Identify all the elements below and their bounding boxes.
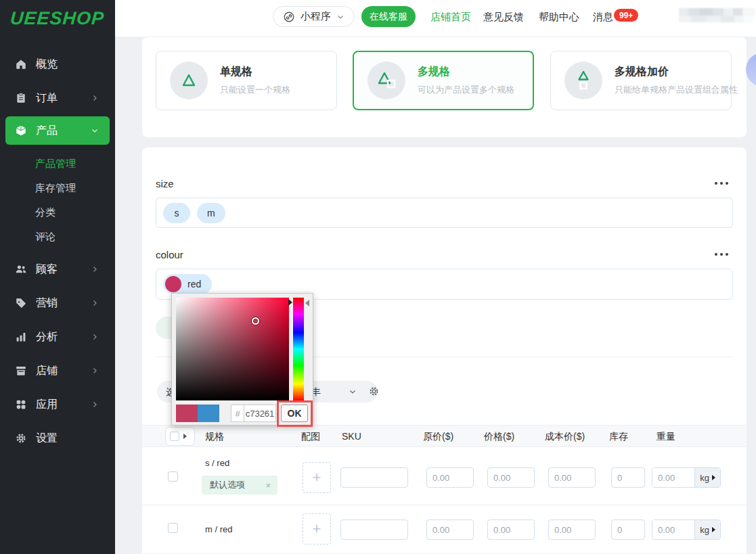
- chevron-down-icon: [91, 126, 99, 135]
- sidebar-subitem-categories[interactable]: 分类: [35, 206, 55, 219]
- sidebar-item-store[interactable]: 店铺: [0, 357, 115, 384]
- mini-program-dropdown[interactable]: 小程序: [273, 6, 355, 27]
- sidebar-item-products-active[interactable]: 产品: [5, 116, 110, 145]
- select-all-checkbox[interactable]: [170, 432, 179, 441]
- size-tag-s[interactable]: s: [163, 203, 190, 223]
- upload-image-button[interactable]: +: [303, 462, 331, 493]
- sidebar-item-orders[interactable]: 订单: [0, 85, 115, 112]
- gear-icon[interactable]: [368, 386, 380, 397]
- sidebar-item-label: 订单: [36, 91, 58, 106]
- price-input[interactable]: [487, 467, 535, 488]
- single-spec-icon: [170, 62, 208, 99]
- multi-markup-spec-icon: [564, 62, 602, 99]
- colour-more-menu[interactable]: [715, 253, 730, 256]
- stock-input[interactable]: [611, 467, 645, 488]
- ueeshop-logo: UEESHOP: [9, 8, 105, 29]
- col-header-stock: 库存: [609, 431, 628, 443]
- weight-unit-dropdown[interactable]: kg: [694, 468, 720, 487]
- col-header-price: 价格($): [484, 431, 514, 443]
- mini-program-label: 小程序: [301, 10, 331, 23]
- sidebar-item-settings[interactable]: 设置: [0, 425, 115, 452]
- cube-icon: [15, 124, 27, 137]
- weight-unit-label: kg: [700, 525, 709, 535]
- sidebar-subitem-product-management[interactable]: 产品管理: [35, 158, 76, 170]
- colour-tag-red[interactable]: red: [163, 274, 212, 294]
- help-center-link[interactable]: 帮助中心: [539, 11, 579, 24]
- sku-input[interactable]: [340, 467, 408, 488]
- spec-option-multi[interactable]: 多规格 可以为产品设置多个规格: [353, 51, 534, 110]
- spec-option-desc: 只能设置一个规格: [220, 84, 290, 96]
- chevron-right-icon: [91, 299, 99, 307]
- sku-table-header: 规格 配图 SKU 原价($) 价格($) 成本价($) 库存 重量: [142, 425, 747, 447]
- sku-table-row: s / red 默认选项 × + kg: [142, 447, 747, 505]
- sidebar-item-label: 营销: [36, 296, 58, 310]
- colour-tag-label: red: [187, 279, 201, 290]
- sidebar-subitem-inventory[interactable]: 库存管理: [35, 182, 76, 195]
- row-checkbox[interactable]: [168, 523, 178, 533]
- color-picker-ok-button[interactable]: OK: [281, 405, 308, 422]
- messages-link[interactable]: 消息: [593, 11, 613, 24]
- sidebar-item-label: 应用: [36, 398, 58, 412]
- colour-swatch-dot: [165, 276, 181, 292]
- color-swatch-current[interactable]: [176, 405, 198, 422]
- sidebar-item-label: 顾客: [36, 262, 58, 277]
- spec-option-title: 多规格: [418, 65, 514, 79]
- color-swatch-previous[interactable]: [198, 405, 219, 422]
- blurred-account-info[interactable]: [679, 8, 755, 22]
- ueeshop-admin-app: UEESHOP 小程序 在线客服 店铺首页 意见反馈 帮助中心 消息 99+ 概…: [0, 0, 756, 554]
- spec-option-multi-markup[interactable]: 多规格加价 只能给单规格产品设置组合属性: [550, 51, 732, 110]
- sidebar-item-label: 设置: [36, 432, 58, 446]
- sidebar-item-apps[interactable]: 应用: [0, 391, 115, 418]
- spec-option-desc: 可以为产品设置多个规格: [418, 84, 514, 96]
- chevron-right-icon: [91, 400, 99, 409]
- sv-cursor[interactable]: [252, 317, 259, 325]
- upload-image-button[interactable]: +: [303, 513, 331, 545]
- size-more-menu[interactable]: [715, 182, 730, 185]
- messages-count-badge[interactable]: 99+: [614, 9, 638, 22]
- col-header-spec: 规格: [205, 431, 224, 443]
- price-input[interactable]: [487, 520, 535, 540]
- online-service-label: 在线客服: [370, 11, 407, 23]
- sidebar-item-overview[interactable]: 概览: [0, 51, 115, 78]
- unit-expand-icon: [712, 527, 715, 532]
- sidebar-item-label: 分析: [36, 330, 58, 344]
- hex-color-input[interactable]: [244, 405, 276, 422]
- online-service-button[interactable]: 在线客服: [361, 6, 416, 27]
- cost-price-input[interactable]: [548, 520, 596, 540]
- weight-input[interactable]: [652, 520, 694, 539]
- weight-input[interactable]: [652, 468, 694, 487]
- cost-price-input[interactable]: [548, 467, 596, 488]
- sku-input[interactable]: [340, 520, 408, 540]
- sidebar-item-analytics[interactable]: 分析: [0, 323, 115, 350]
- sidebar-nav: 概览 订单 产品 产品管理 库存管理 分类 评论 顾客 营销 分析: [0, 37, 115, 554]
- sidebar-item-marketing[interactable]: 营销: [0, 290, 115, 317]
- hue-slider[interactable]: [293, 298, 304, 400]
- store-home-link[interactable]: 店铺首页: [430, 11, 471, 24]
- size-values-box: s m: [156, 198, 733, 228]
- row-spec-name: s / red: [205, 458, 229, 468]
- col-header-original-price: 原价($): [423, 431, 453, 443]
- gear-icon: [15, 432, 27, 444]
- default-option-tag: 默认选项 ×: [202, 476, 277, 494]
- spec-option-single[interactable]: 单规格 只能设置一个规格: [156, 51, 337, 110]
- col-header-cost-price: 成本价($): [545, 431, 585, 443]
- stock-input[interactable]: [611, 520, 645, 540]
- chevron-down-icon[interactable]: [349, 388, 357, 396]
- expand-rows-icon[interactable]: [183, 434, 187, 439]
- sku-table-row: m / red + kg: [142, 505, 747, 554]
- row-checkbox[interactable]: [168, 471, 178, 482]
- remove-default-icon[interactable]: ×: [265, 480, 271, 490]
- original-price-input[interactable]: [426, 467, 474, 488]
- clipboard-icon: [15, 92, 27, 104]
- original-price-input[interactable]: [426, 520, 474, 540]
- weight-unit-dropdown[interactable]: kg: [694, 520, 720, 539]
- sidebar-item-customers[interactable]: 顾客: [0, 256, 115, 283]
- size-tag-m[interactable]: m: [197, 203, 225, 223]
- row-spec-name: m / red: [205, 524, 232, 534]
- feedback-link[interactable]: 意见反馈: [483, 11, 524, 24]
- weight-unit-label: kg: [700, 473, 709, 483]
- select-all-group[interactable]: [165, 427, 195, 446]
- unit-expand-icon: [712, 475, 715, 480]
- saturation-value-area[interactable]: [176, 298, 289, 400]
- sidebar-subitem-reviews[interactable]: 评论: [35, 231, 55, 244]
